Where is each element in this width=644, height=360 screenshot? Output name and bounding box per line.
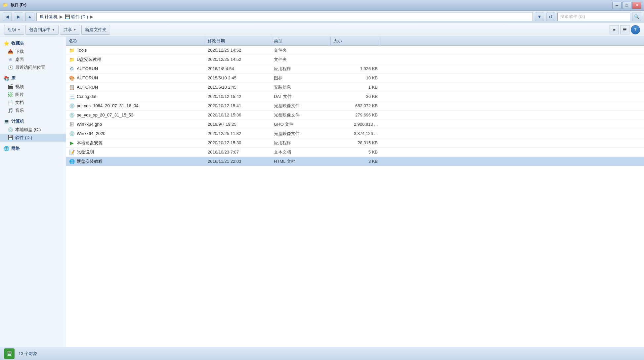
file-icon: 📋 — [69, 84, 75, 90]
maximize-button[interactable]: □ — [622, 2, 631, 9]
help-button[interactable]: ? — [631, 25, 640, 34]
forward-button[interactable]: ▶ — [14, 13, 23, 21]
file-cell-name: ▶ 本地硬盘安装 — [66, 140, 205, 146]
file-icon: 💿 — [69, 112, 75, 118]
table-row[interactable]: 📁 Tools 2020/12/25 14:52 文件夹 — [66, 46, 644, 55]
file-cell-date: 2016/1/8 4:54 — [205, 66, 271, 71]
view-details-button[interactable]: ☰ — [620, 25, 629, 34]
table-row[interactable]: 🎨 AUTORUN 2015/5/10 2:45 图标 10 KB — [66, 73, 644, 83]
table-row[interactable]: 💿 pe_yqs_1064_20_07_31_16_04 2020/10/12 … — [66, 101, 644, 111]
titlebar-left: 📁 软件 (D:) — [3, 2, 26, 8]
network-header[interactable]: 🌐 网络 — [0, 144, 66, 153]
table-row[interactable]: 📁 U盘安装教程 2020/12/25 14:52 文件夹 — [66, 55, 644, 64]
new-folder-button[interactable]: 新建文件夹 — [81, 25, 110, 35]
file-cell-name: 🎨 AUTORUN — [66, 75, 205, 81]
col-header-type[interactable]: 类型 — [271, 37, 331, 45]
doc-icon: 📄 — [7, 100, 13, 106]
library-section: 📚 库 🎬 视频 🖼 图片 📄 文档 🎵 音乐 — [0, 74, 66, 114]
file-cell-type: 文本文档 — [271, 149, 331, 155]
sidebar-item-recent[interactable]: 🕐 最近访问的位置 — [0, 64, 66, 71]
file-list: 📁 Tools 2020/12/25 14:52 文件夹 📁 U盘安装教程 20… — [66, 46, 644, 347]
sidebar: ⭐ 收藏夹 📥 下载 🖥 桌面 🕐 最近访问的位置 📚 库 � — [0, 36, 66, 347]
table-row[interactable]: 📃 Config.dat 2020/10/12 15:42 DAT 文件 36 … — [66, 92, 644, 101]
file-cell-type: DAT 文件 — [271, 94, 331, 100]
sidebar-item-software[interactable]: 💾 软件 (D:) — [0, 134, 66, 142]
file-cell-type: 应用程序 — [271, 66, 331, 72]
file-cell-type: 安装信息 — [271, 84, 331, 90]
titlebar: 📁 软件 (D:) ─ □ ✕ — [0, 0, 644, 11]
titlebar-title: 软件 (D:) — [11, 2, 26, 8]
organize-button[interactable]: 组织 ▼ — [4, 25, 24, 35]
file-cell-size: 3,874,126 ... — [331, 131, 380, 136]
file-icon: 📝 — [69, 149, 75, 155]
file-icon: 💿 — [69, 103, 75, 109]
table-row[interactable]: 📝 光盘说明 2016/10/23 7:07 文本文档 5 KB — [66, 148, 644, 157]
col-header-size[interactable]: 大小 — [331, 37, 380, 45]
table-row[interactable]: 💿 Win7x64_2020 2020/12/25 11:32 光盘映像文件 3… — [66, 129, 644, 138]
status-icon: 🖥 — [4, 348, 15, 359]
file-icon: 📁 — [69, 47, 75, 53]
col-header-date[interactable]: 修改日期 — [205, 37, 271, 45]
col-header-name[interactable]: 名称 — [66, 37, 205, 45]
status-count: 13 个对象 — [19, 351, 37, 357]
downloads-icon: 📥 — [7, 49, 13, 55]
table-row[interactable]: ▶ 本地硬盘安装 2020/10/12 15:30 应用程序 28,315 KB — [66, 138, 644, 148]
file-cell-size: 36 KB — [331, 94, 380, 99]
file-cell-date: 2019/9/7 19:25 — [205, 122, 271, 127]
library-icon: 📚 — [3, 75, 9, 81]
titlebar-buttons: ─ □ ✕ — [612, 2, 641, 9]
close-button[interactable]: ✕ — [632, 2, 641, 9]
table-row[interactable]: 🌐 硬盘安装教程 2016/11/21 22:03 HTML 文档 3 KB — [66, 157, 644, 166]
sidebar-item-desktop[interactable]: 🖥 桌面 — [0, 56, 66, 64]
favorites-header[interactable]: ⭐ 收藏夹 — [0, 39, 66, 48]
search-box[interactable]: 搜索 软件 (D:) — [557, 13, 630, 21]
table-row[interactable]: 💿 pe_yqs_xp_20_07_31_15_53 2020/10/12 15… — [66, 111, 644, 120]
file-cell-name: 📝 光盘说明 — [66, 149, 205, 155]
sidebar-item-video[interactable]: 🎬 视频 — [0, 83, 66, 91]
view-toggle-button[interactable]: ≡ — [610, 25, 619, 34]
archive-arrow: ▼ — [52, 28, 55, 31]
recent-icon: 🕐 — [7, 65, 13, 70]
computer-header[interactable]: 💻 计算机 — [0, 117, 66, 126]
file-cell-name: 💿 pe_yqs_xp_20_07_31_15_53 — [66, 112, 205, 118]
share-button[interactable]: 共享 ▼ — [60, 25, 80, 35]
sidebar-item-local-disk[interactable]: 💿 本地磁盘 (C:) — [0, 126, 66, 134]
computer-section: 💻 计算机 💿 本地磁盘 (C:) 💾 软件 (D:) — [0, 117, 66, 142]
dropdown-button[interactable]: ▼ — [535, 13, 544, 21]
image-icon: 🖼 — [7, 92, 13, 98]
organize-arrow: ▼ — [18, 28, 21, 31]
refresh-button[interactable]: ↺ — [546, 13, 555, 21]
archive-button[interactable]: 包含到库中 ▼ — [25, 25, 59, 35]
sidebar-item-doc[interactable]: 📄 文档 — [0, 99, 66, 107]
file-cell-date: 2020/10/12 15:42 — [205, 94, 271, 99]
path-drive[interactable]: 💾 软件 (D:) — [65, 14, 88, 20]
file-icon: 💿 — [69, 131, 75, 137]
file-icon: 🌐 — [69, 158, 75, 164]
search-button[interactable]: 🔍 — [632, 13, 641, 21]
path-sep-2: ▶ — [90, 14, 93, 19]
table-row[interactable]: 🗄 Win7x64.gho 2019/9/7 19:25 GHO 文件 2,90… — [66, 120, 644, 129]
sidebar-item-image[interactable]: 🖼 图片 — [0, 91, 66, 99]
minimize-button[interactable]: ─ — [612, 2, 622, 9]
file-cell-type: 光盘映像文件 — [271, 131, 331, 137]
sidebar-item-downloads[interactable]: 📥 下载 — [0, 48, 66, 56]
file-cell-size: 279,696 KB — [331, 112, 380, 117]
sidebar-item-music[interactable]: 🎵 音乐 — [0, 107, 66, 114]
table-row[interactable]: 📋 AUTORUN 2015/5/10 2:45 安装信息 1 KB — [66, 83, 644, 92]
file-cell-type: 图标 — [271, 75, 331, 81]
file-cell-name: 📋 AUTORUN — [66, 84, 205, 90]
library-header[interactable]: 📚 库 — [0, 74, 66, 83]
file-cell-date: 2020/12/25 14:52 — [205, 48, 271, 53]
back-button[interactable]: ◀ — [3, 13, 12, 21]
path-computer[interactable]: 🖥 计算机 — [39, 14, 58, 20]
up-button[interactable]: ▲ — [25, 13, 34, 21]
file-cell-date: 2020/12/25 11:32 — [205, 131, 271, 136]
file-header: 名称 修改日期 类型 大小 — [66, 36, 644, 46]
search-placeholder: 搜索 软件 (D:) — [560, 14, 585, 20]
file-icon: 📃 — [69, 94, 75, 100]
address-path[interactable]: 🖥 计算机 ▶ 💾 软件 (D:) ▶ — [36, 13, 533, 21]
file-cell-size: 652,072 KB — [331, 103, 380, 108]
table-row[interactable]: ⚙ AUTORUN 2016/1/8 4:54 应用程序 1,926 KB — [66, 64, 644, 73]
main-area: ⭐ 收藏夹 📥 下载 🖥 桌面 🕐 最近访问的位置 📚 库 � — [0, 36, 644, 347]
software-icon: 💾 — [7, 135, 13, 141]
